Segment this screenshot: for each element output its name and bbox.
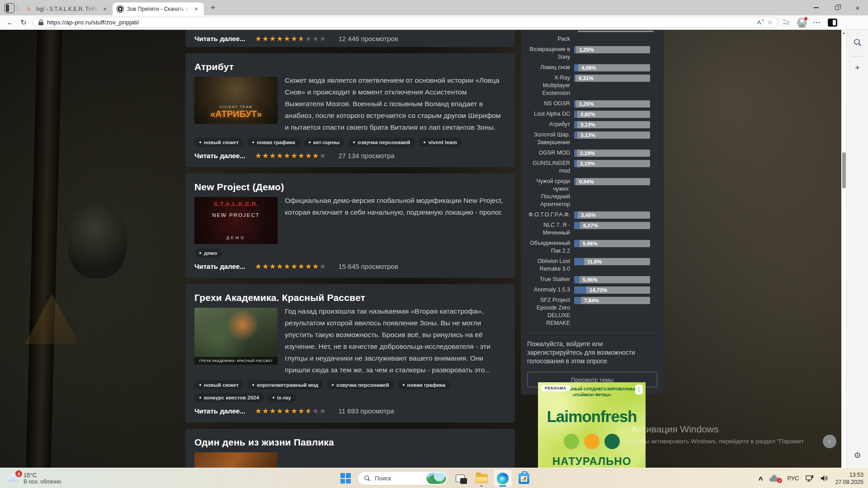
tab-actions-icon[interactable] bbox=[5, 3, 14, 13]
poll-option: Чужой среди чужих: Последний Архитектор … bbox=[527, 178, 657, 208]
read-aloud-icon[interactable]: A bbox=[757, 19, 764, 26]
scrollbar-thumb[interactable] bbox=[842, 152, 846, 188]
screen: ϟ /vg/ - S.T.A.L.K.E.R. THREAD: Не о × З… bbox=[0, 0, 868, 488]
address-bar[interactable]: https://ap-pro.ru/stuff/zov_pripjati/ A … bbox=[33, 17, 778, 28]
collections-icon[interactable]: ☆ bbox=[785, 19, 791, 26]
views-count: 15 645 просмотров bbox=[338, 263, 398, 270]
mod-tags: новый сюжет новая графика кат-сцены озву… bbox=[194, 138, 506, 147]
poll-percent: 5,96% bbox=[583, 241, 598, 246]
poll-bar-fill bbox=[574, 46, 576, 53]
poll-percent: 14,73% bbox=[590, 287, 607, 293]
url-text[interactable]: https://ap-pro.ru/stuff/zov_pripjati/ bbox=[47, 19, 754, 26]
language-indicator[interactable]: РУС bbox=[787, 475, 799, 482]
new-tab-button[interactable]: + bbox=[207, 1, 219, 14]
browser-tab-zov-pripyati[interactable]: Зов Припяти - Скачать моды Sta × bbox=[113, 2, 204, 15]
ad-banner[interactable]: РЕКЛАМА ⋮ ЗАЛКОГОЛЬНЫЙ СРЕДНЕГАЗИРОВАННЫ… bbox=[538, 382, 646, 468]
mod-title[interactable]: Один день из жизни Павлика bbox=[194, 437, 506, 448]
tag-pill[interactable]: озвучка персонажей bbox=[327, 380, 394, 389]
tag-pill[interactable]: ix-ray bbox=[268, 393, 296, 402]
refresh-button[interactable]: ↻ bbox=[19, 18, 28, 27]
tag-bullet-icon bbox=[199, 252, 201, 254]
back-button[interactable]: ← bbox=[5, 19, 14, 27]
close-tab-icon[interactable]: × bbox=[193, 5, 200, 13]
poll-option-label: Anomaly 1.5.3 bbox=[527, 286, 574, 294]
ap-pro-favicon-icon bbox=[117, 5, 124, 13]
read-more-link[interactable]: Читать далее... bbox=[194, 263, 248, 270]
minimize-button[interactable] bbox=[806, 0, 826, 15]
tray-chevron-icon[interactable]: ∧ bbox=[758, 475, 764, 482]
mod-thumbnail[interactable]: VIVIENT TEAM«АТРИБУТ» bbox=[194, 77, 278, 124]
tag-pill[interactable]: конкурс квестов 2024 bbox=[194, 393, 264, 402]
restore-button[interactable] bbox=[826, 0, 847, 15]
tag-pill[interactable]: новый сюжет bbox=[194, 380, 244, 389]
tag-label: озвучка персонажей bbox=[358, 140, 410, 145]
mod-footer: Читать далее... ★★★★★★★★★★★ 11 693 просм… bbox=[194, 407, 506, 417]
tag-bullet-icon bbox=[252, 141, 254, 143]
tag-bullet-icon bbox=[403, 384, 405, 386]
windows-logo-icon bbox=[340, 473, 351, 483]
weather-widget[interactable]: 3 15°C В осн. облачно bbox=[0, 468, 67, 488]
poll-option: Ловец снов 4,08% bbox=[527, 64, 657, 71]
tag-label: демо bbox=[204, 250, 217, 256]
tag-pill[interactable]: новый сюжет bbox=[194, 138, 244, 147]
mod-title[interactable]: Атрибут bbox=[194, 61, 506, 72]
read-more-link[interactable]: Читать далее... bbox=[194, 407, 248, 415]
settings-menu-icon[interactable]: ··· bbox=[813, 19, 821, 26]
start-button[interactable] bbox=[336, 470, 354, 487]
tag-bullet-icon bbox=[199, 384, 201, 386]
file-explorer-button[interactable] bbox=[472, 470, 491, 487]
weather-temp: 15°C bbox=[24, 472, 61, 479]
rail-add-icon[interactable]: + bbox=[855, 63, 860, 73]
mod-title[interactable]: New Project (Демо) bbox=[194, 182, 506, 192]
tag-pill[interactable]: демо bbox=[194, 249, 222, 258]
taskbar-search[interactable]: Поиск bbox=[358, 471, 448, 485]
poll-bar: 6,27% bbox=[574, 222, 650, 229]
toolbar-right: ☆ ··· bbox=[783, 18, 839, 28]
close-window-button[interactable]: × bbox=[847, 0, 868, 15]
browser-tab-vg-thread[interactable]: ϟ /vg/ - S.T.A.L.K.E.R. THREAD: Не о × bbox=[21, 2, 113, 15]
poll-bar-fill bbox=[574, 276, 580, 283]
taskbar-center: Поиск bbox=[336, 468, 533, 488]
read-more-link[interactable]: Читать далее... bbox=[194, 152, 248, 160]
scrollbar-up-icon[interactable]: ▲ bbox=[841, 31, 846, 34]
profile-avatar[interactable] bbox=[797, 18, 807, 28]
gear-icon[interactable]: ⚙ bbox=[847, 450, 868, 460]
poll-bar: 7,84% bbox=[574, 297, 650, 304]
edge-browser-button[interactable] bbox=[494, 470, 512, 487]
mod-title[interactable]: Грехи Академика. Красный Рассвет bbox=[194, 292, 506, 303]
speaker-icon[interactable] bbox=[821, 475, 828, 482]
tag-label: озвучка персонажей bbox=[336, 382, 389, 388]
task-view-button[interactable] bbox=[451, 470, 469, 487]
tag-pill[interactable]: vivent team bbox=[419, 138, 462, 147]
page-scrollbar[interactable]: ▲ bbox=[841, 30, 846, 468]
poll-percent: 2,82% bbox=[580, 112, 595, 117]
onedrive-icon[interactable]: × bbox=[769, 475, 780, 482]
poll-bar-fill bbox=[574, 240, 580, 247]
favorites-star-icon[interactable]: ☆ bbox=[767, 19, 773, 26]
mod-thumbnail[interactable]: ГРЕХИ АКАДЕМИКА: КРАСНЫЙ РАССВЕТ bbox=[194, 308, 278, 365]
read-more-link[interactable]: Читать далее... bbox=[194, 35, 248, 42]
tag-pill[interactable]: новая графика bbox=[247, 138, 300, 147]
scroll-to-top-button[interactable]: ↑ bbox=[823, 435, 836, 448]
poll-percent: 7,84% bbox=[584, 298, 599, 303]
rail-search-icon[interactable] bbox=[853, 38, 862, 49]
microsoft-store-button[interactable] bbox=[515, 470, 533, 487]
tag-pill[interactable]: новая графика bbox=[398, 380, 451, 389]
network-icon[interactable] bbox=[806, 475, 814, 482]
tag-pill[interactable]: короткометражный мод bbox=[247, 380, 323, 389]
poll-bar-fill bbox=[574, 150, 577, 157]
sidebar-panel-icon[interactable] bbox=[828, 19, 837, 27]
clock-widget[interactable]: 13:53 27.08.2025 bbox=[835, 471, 863, 486]
close-tab-icon[interactable]: × bbox=[101, 5, 108, 13]
tag-pill[interactable]: кат-сцены bbox=[304, 138, 344, 147]
mod-thumbnail[interactable] bbox=[194, 452, 278, 468]
mod-card: New Project (Демо) S.T.A.L.K.E.R.NEW PRO… bbox=[185, 174, 515, 278]
ad-menu-icon[interactable]: ⋮ bbox=[635, 385, 643, 394]
wallpaper-gasmask-figure bbox=[68, 202, 127, 278]
poll-percent: 0,94% bbox=[579, 179, 594, 184]
tag-pill[interactable]: озвучка персонажей bbox=[348, 138, 415, 147]
poll-bar-fill bbox=[574, 222, 580, 229]
tag-label: кат-сцены bbox=[313, 140, 340, 145]
mod-thumbnail[interactable]: S.T.A.L.K.E.R.NEW PROJECTДЕМО bbox=[194, 197, 278, 244]
onedrive-error-badge: × bbox=[777, 478, 782, 483]
